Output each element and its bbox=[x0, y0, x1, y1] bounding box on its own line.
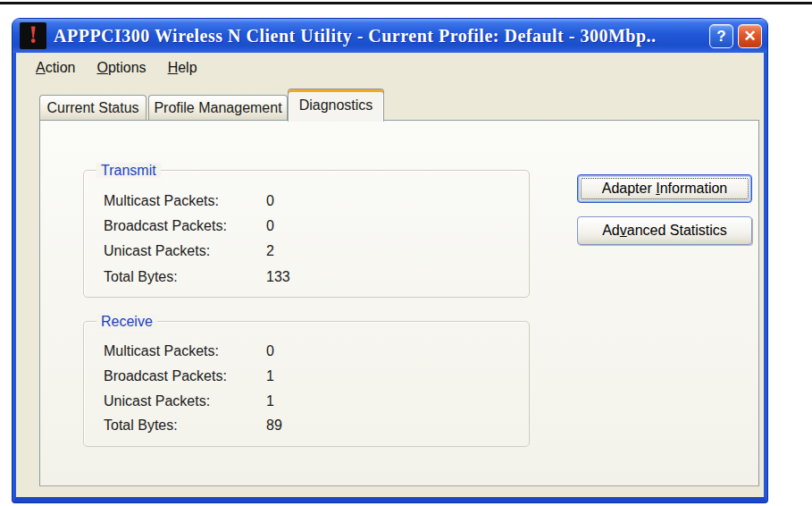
row-label: Unicast Packets: bbox=[104, 243, 210, 259]
transmit-total-bytes-row: Total Bytes: 133 bbox=[84, 269, 529, 287]
row-value: 0 bbox=[266, 193, 274, 209]
transmit-unicast-row: Unicast Packets: 2 bbox=[84, 243, 529, 261]
close-button[interactable]: ✕ bbox=[738, 24, 762, 48]
row-value: 1 bbox=[266, 368, 274, 384]
diagnostics-panel: Transmit Multicast Packets: 0 Broadcast … bbox=[39, 120, 759, 486]
btn-accel: I bbox=[656, 181, 659, 196]
menu-help-rest: elp bbox=[178, 60, 197, 75]
transmit-group: Transmit Multicast Packets: 0 Broadcast … bbox=[83, 170, 530, 298]
row-value: 1 bbox=[266, 393, 274, 409]
menubar: Action Options Help bbox=[16, 53, 764, 83]
row-label: Unicast Packets: bbox=[104, 393, 210, 409]
tab-current-status[interactable]: Current Status bbox=[39, 95, 146, 121]
receive-unicast-row: Unicast Packets: 1 bbox=[84, 393, 529, 411]
menu-help-accel: H bbox=[168, 60, 179, 75]
menu-options-accel: O bbox=[96, 60, 107, 75]
receive-total-bytes-row: Total Bytes: 89 bbox=[84, 417, 529, 435]
transmit-multicast-row: Multicast Packets: 0 bbox=[84, 193, 529, 211]
help-button[interactable]: ? bbox=[709, 24, 733, 48]
menu-help[interactable]: Help bbox=[168, 60, 197, 76]
menu-action[interactable]: Action bbox=[36, 60, 75, 76]
row-value: 0 bbox=[266, 343, 274, 359]
row-label: Broadcast Packets: bbox=[104, 218, 227, 234]
btn-text: anced Statistics bbox=[627, 223, 727, 238]
page-top-rule bbox=[0, 2, 812, 4]
transmit-broadcast-row: Broadcast Packets: 0 bbox=[84, 218, 529, 236]
tab-profile-management[interactable]: Profile Management bbox=[148, 95, 288, 121]
row-label: Multicast Packets: bbox=[104, 343, 219, 359]
btn-text: Ad bbox=[602, 223, 620, 238]
menu-options-rest: ptions bbox=[108, 60, 146, 75]
client-utility-window: ! APPPCI300 Wireless N Client Utility - … bbox=[13, 19, 767, 502]
btn-text: Adapter bbox=[602, 181, 656, 196]
window-title: APPPCI300 Wireless N Client Utility - Cu… bbox=[54, 26, 705, 46]
receive-multicast-row: Multicast Packets: 0 bbox=[84, 343, 529, 361]
row-label: Total Bytes: bbox=[104, 417, 178, 434]
row-label: Broadcast Packets: bbox=[104, 368, 227, 384]
row-value: 2 bbox=[266, 243, 274, 259]
row-label: Multicast Packets: bbox=[104, 193, 219, 209]
adapter-information-button[interactable]: Adapter Information bbox=[577, 174, 752, 203]
row-value: 133 bbox=[266, 269, 290, 285]
row-value: 0 bbox=[266, 218, 274, 234]
row-value: 89 bbox=[266, 417, 282, 434]
page: ! APPPCI300 Wireless N Client Utility - … bbox=[0, 0, 812, 506]
titlebar[interactable]: ! APPPCI300 Wireless N Client Utility - … bbox=[13, 19, 767, 53]
advanced-statistics-button[interactable]: Advanced Statistics bbox=[577, 216, 752, 245]
receive-broadcast-row: Broadcast Packets: 1 bbox=[84, 368, 529, 386]
menu-action-accel: A bbox=[36, 60, 46, 75]
receive-group-title: Receive bbox=[96, 314, 157, 329]
btn-text: nformation bbox=[660, 181, 728, 196]
btn-accel: v bbox=[620, 223, 627, 238]
transmit-group-title: Transmit bbox=[96, 163, 161, 178]
menu-action-rest: ction bbox=[46, 60, 76, 75]
tab-diagnostics[interactable]: Diagnostics bbox=[288, 89, 384, 122]
receive-group: Receive Multicast Packets: 0 Broadcast P… bbox=[83, 321, 530, 447]
row-label: Total Bytes: bbox=[104, 269, 178, 285]
menu-options[interactable]: Options bbox=[96, 60, 146, 76]
app-exclamation-icon: ! bbox=[20, 22, 46, 49]
